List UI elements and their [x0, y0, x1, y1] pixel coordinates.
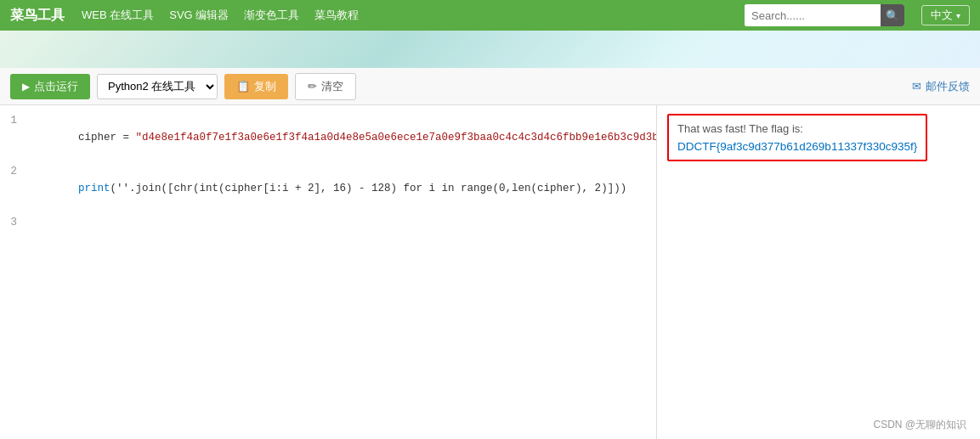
clear-label: 清空 — [321, 79, 343, 94]
code-print-kw: print — [78, 183, 110, 194]
navbar-links: WEB 在线工具 SVG 编辑器 渐变色工具 菜鸟教程 — [82, 8, 728, 23]
copy-label: 复制 — [254, 79, 276, 94]
copy-button[interactable]: 📋 复制 — [224, 74, 288, 99]
navbar-link-tutorial[interactable]: 菜鸟教程 — [314, 8, 359, 23]
toolbar: ▶ 点击运行 Python2 在线工具 📋 复制 ✏ 清空 ✉ 邮件反馈 — [0, 68, 980, 105]
line-number-3: 3 — [3, 214, 27, 231]
copy-icon: 📋 — [236, 80, 250, 93]
language-button[interactable]: 中文 ▾ — [921, 5, 970, 25]
run-icon: ▶ — [22, 81, 30, 93]
navbar-link-web[interactable]: WEB 在线工具 — [82, 8, 154, 23]
navbar: 菜鸟工具 WEB 在线工具 SVG 编辑器 渐变色工具 菜鸟教程 🔍 中文 ▾ — [0, 0, 980, 31]
feedback-label: 邮件反馈 — [926, 79, 970, 94]
output-label: That was fast! The flag is: — [677, 122, 917, 135]
lang-label: 中文 — [931, 8, 953, 23]
banner — [0, 31, 980, 68]
search-icon: 🔍 — [886, 9, 899, 22]
code-line-2: 2 print(''.join([chr(int(cipher[i:i + 2]… — [0, 163, 656, 214]
output-panel: That was fast! The flag is: DDCTF{9af3c9… — [657, 105, 980, 439]
run-label: 点击运行 — [34, 79, 78, 94]
code-line-1: 1 cipher = "d4e8e1f4a0f7e1f3a0e6e1f3f4a1… — [0, 112, 656, 163]
main-content: 1 cipher = "d4e8e1f4a0f7e1f3a0e6e1f3f4a1… — [0, 105, 980, 439]
chevron-down-icon: ▾ — [956, 11, 960, 20]
code-editor[interactable]: 1 cipher = "d4e8e1f4a0f7e1f3a0e6e1f3f4a1… — [0, 105, 657, 439]
tool-select[interactable]: Python2 在线工具 — [97, 74, 218, 99]
watermark: CSDN @无聊的知识 — [873, 418, 966, 432]
code-line-3: 3 — [0, 214, 656, 231]
navbar-link-svg[interactable]: SVG 编辑器 — [169, 8, 229, 23]
search-container: 🔍 — [745, 4, 904, 26]
clear-button[interactable]: ✏ 清空 — [295, 73, 356, 100]
code-cipher-kw: cipher = — [78, 132, 136, 144]
navbar-link-gradient[interactable]: 渐变色工具 — [244, 8, 299, 23]
line-code-2: print(''.join([chr(int(cipher[i:i + 2], … — [27, 163, 626, 214]
line-number-2: 2 — [3, 163, 27, 214]
clear-icon: ✏ — [308, 80, 317, 93]
line-code-1: cipher = "d4e8e1f4a0f7e1f3a0e6e1f3f4a1a0… — [27, 112, 657, 163]
search-input[interactable] — [745, 4, 881, 26]
line-number-1: 1 — [3, 112, 27, 163]
run-button[interactable]: ▶ 点击运行 — [10, 74, 90, 99]
code-print-args: (''.join([chr(int(cipher[i:i + 2], 16) -… — [110, 183, 627, 194]
feedback-link[interactable]: ✉ 邮件反馈 — [912, 79, 970, 94]
output-box: That was fast! The flag is: DDCTF{9af3c9… — [667, 114, 927, 161]
output-flag: DDCTF{9af3c9d377b61d269b11337f330c935f} — [677, 140, 917, 153]
code-cipher-val: "d4e8e1f4a0f7e1f3a0e6e1f3f4a1a0d4e8e5a0e… — [136, 132, 657, 144]
navbar-brand: 菜鸟工具 — [10, 7, 65, 25]
search-button[interactable]: 🔍 — [881, 4, 904, 26]
feedback-icon: ✉ — [912, 80, 921, 93]
